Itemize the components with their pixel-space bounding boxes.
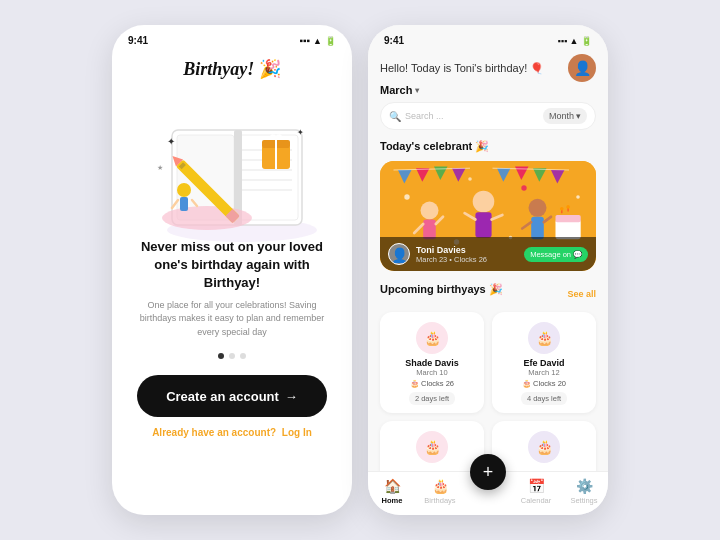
month-label: March [380,84,412,96]
dot-1 [218,353,224,359]
svg-rect-49 [556,215,581,222]
time-left: 9:41 [128,35,148,46]
add-fab-button[interactable]: + [470,454,506,490]
hello-text: Hello! Today is Toni's birthday! 🎈 [380,62,544,75]
svg-point-18 [177,183,191,197]
svg-rect-41 [475,212,491,237]
settings-label: Settings [570,496,597,505]
status-bar-left: 9:41 ▪▪▪ ▲ 🔋 [112,25,352,46]
calendar-icon: 📅 [528,478,545,494]
nav-home[interactable]: 🏠 Home [368,478,416,505]
celebrant-info: 👤 Toni Davies March 23 • Clocks 26 Messa… [380,237,596,271]
home-screen: 9:41 ▪▪▪ ▲ 🔋 Hello! Today is Toni's birt… [368,25,608,515]
svg-point-13 [162,206,252,230]
calendar-label: Calendar [521,496,551,505]
birthday-card-2[interactable]: 🎂 Efe David March 12 🎂 Clocks 20 4 days … [492,312,596,413]
month-filter-button[interactable]: Month ▾ [543,108,587,124]
svg-point-54 [404,194,409,199]
filter-chevron-icon: ▾ [576,111,581,121]
main-content: Hello! Today is Toni's birthday! 🎈 👤 Mar… [368,46,608,471]
bday-avatar-3: 🎂 [416,431,448,463]
svg-point-36 [421,202,439,220]
search-input[interactable]: Search ... [405,111,543,121]
status-bar-right: 9:41 ▪▪▪ ▲ 🔋 [368,25,608,46]
whatsapp-icon: 💬 [573,250,582,259]
illustration-area: ✦ ✦ ★ [142,80,322,230]
brand-emoji: 🎉 [259,59,281,79]
svg-point-56 [521,185,526,190]
nav-settings[interactable]: ⚙️ Settings [560,478,608,505]
dot-2 [229,353,235,359]
bday-clocks-2: 🎂 Clocks 20 [522,379,566,388]
svg-rect-19 [180,197,188,211]
svg-point-44 [529,199,547,217]
upcoming-header: Upcoming birthyays 🎉 See all [380,283,596,304]
brand-title: Birthyay! 🎉 [183,58,281,80]
status-icons-right: ▪▪▪ ▲ 🔋 [558,36,592,46]
today-celebrant-title: Today's celebrant 🎉 [380,140,596,153]
svg-text:★: ★ [157,164,163,171]
bday-clocks-1: 🎂 Clocks 26 [410,379,454,388]
arrow-icon: → [285,389,298,404]
celebrant-date: March 23 • Clocks 26 [416,255,518,264]
bday-avatar-2: 🎂 [528,322,560,354]
bday-name-2: Efe David [523,358,564,368]
bday-days-left-2: 4 days left [521,392,567,405]
birthdays-icon: 🎂 [432,478,449,494]
user-avatar[interactable]: 👤 [568,54,596,82]
settings-icon: ⚙️ [576,478,593,494]
home-label: Home [382,496,403,505]
bottom-nav: + 🏠 Home 🎂 Birthdays 📅 Calendar ⚙️ Setti… [368,471,608,515]
bday-date-1: March 10 [416,368,447,377]
svg-text:✦: ✦ [167,136,175,147]
birthday-card-3[interactable]: 🎂 [380,421,484,471]
create-account-button[interactable]: Create an account → [137,375,327,417]
login-link[interactable]: Log In [282,427,312,438]
dot-3 [240,353,246,359]
subtext: One place for all your celebrations! Sav… [112,293,352,340]
svg-text:✦: ✦ [297,128,304,137]
hello-row: Hello! Today is Toni's birthday! 🎈 👤 [380,54,596,82]
birthday-card-4[interactable]: 🎂 [492,421,596,471]
nav-birthdays[interactable]: 🎂 Birthdays [416,478,464,505]
home-icon: 🏠 [384,478,401,494]
upcoming-title: Upcoming birthyays 🎉 [380,283,503,296]
already-account-text: Already have an account? Log In [152,427,312,438]
bday-days-left-1: 2 days left [409,392,455,405]
svg-point-51 [560,207,564,211]
search-bar: 🔍 Search ... Month ▾ [380,102,596,130]
svg-point-53 [566,205,570,209]
svg-point-55 [468,177,472,181]
bday-avatar-4: 🎂 [528,431,560,463]
notebook-illustration: ✦ ✦ ★ [142,80,342,250]
month-dropdown[interactable]: March ▾ [380,84,596,96]
chevron-down-icon: ▾ [415,86,419,95]
birthday-cards-row: 🎂 Shade Davis March 10 🎂 Clocks 26 2 day… [380,312,596,413]
svg-point-57 [576,195,580,199]
see-all-link[interactable]: See all [567,289,596,299]
birthdays-label: Birthdays [424,496,455,505]
time-right: 9:41 [384,35,404,46]
svg-rect-45 [531,217,544,240]
svg-point-40 [473,191,495,213]
bday-avatar-1: 🎂 [416,322,448,354]
celebrant-name-block: Toni Davies March 23 • Clocks 26 [416,245,518,264]
status-icons-left: ▪▪▪ ▲ 🔋 [299,35,336,46]
onboarding-screen: 9:41 ▪▪▪ ▲ 🔋 Birthyay! 🎉 [112,25,352,515]
nav-calendar[interactable]: 📅 Calendar [512,478,560,505]
celebrant-name: Toni Davies [416,245,518,255]
birthday-card-1[interactable]: 🎂 Shade Davis March 10 🎂 Clocks 26 2 day… [380,312,484,413]
search-icon: 🔍 [389,111,401,122]
celebrant-avatar: 👤 [388,243,410,265]
celebrant-card[interactable]: 👤 Toni Davies March 23 • Clocks 26 Messa… [380,161,596,271]
bday-date-2: March 12 [528,368,559,377]
bday-name-1: Shade Davis [405,358,459,368]
pagination-dots [218,353,246,359]
message-button[interactable]: Message on 💬 [524,247,588,262]
